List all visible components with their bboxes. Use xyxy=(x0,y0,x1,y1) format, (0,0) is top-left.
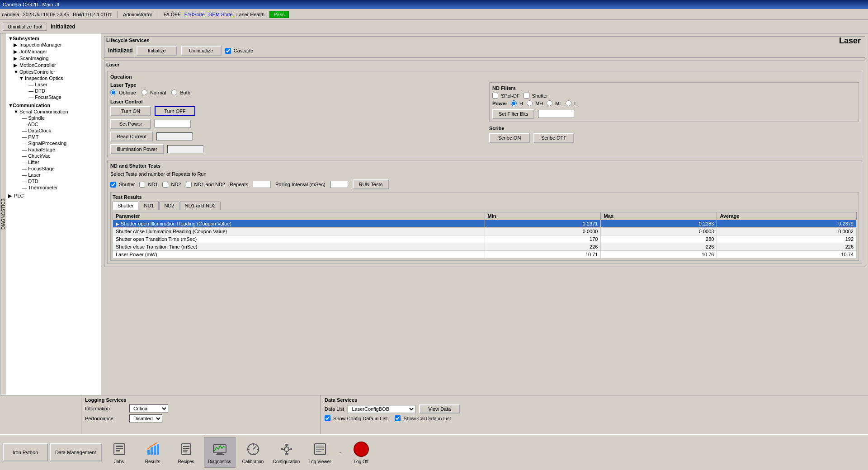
illumination-power-input[interactable] xyxy=(167,145,203,153)
sidebar-item-adc[interactable]: — ADC xyxy=(8,121,99,127)
sidebar-item-subsystem[interactable]: ▼ Subsystem xyxy=(8,35,99,42)
table-row[interactable]: Shutter close Illumination Reading (Coup… xyxy=(113,228,857,235)
shutter-test-checkbox[interactable] xyxy=(110,182,116,188)
laser-type-both-radio[interactable] xyxy=(171,89,177,95)
shutter-checkbox[interactable] xyxy=(524,93,529,99)
uninitialize-button[interactable]: Uninitialize xyxy=(181,46,222,56)
performance-select[interactable]: Disabled Enabled xyxy=(129,414,162,423)
nd1nd2-test-checkbox[interactable] xyxy=(186,182,192,188)
sidebar-item-lifter[interactable]: — Lifter xyxy=(8,159,99,165)
svg-rect-34 xyxy=(316,449,324,450)
taskbar-log-off[interactable]: Log Off xyxy=(345,437,377,468)
initialize-button[interactable]: Initialize xyxy=(137,46,177,56)
taskbar-diagnostics[interactable]: Diagnostics xyxy=(204,437,236,468)
cell-average: 0.0002 xyxy=(717,228,857,235)
expand-row-arrow: ▶ xyxy=(116,221,121,226)
data-management-button[interactable]: Data Management xyxy=(50,443,102,461)
sidebar-item-dataclock[interactable]: — DataClock xyxy=(8,127,99,134)
sidebar-item-chuckvac[interactable]: — ChuckVac xyxy=(8,153,99,159)
repeats-input[interactable]: 5 xyxy=(253,181,271,188)
sidebar-item-plc[interactable]: ▶ PLC xyxy=(8,193,99,199)
table-row[interactable]: ▶ Shutter open Illumination Reading (Cou… xyxy=(113,220,857,228)
scribe-off-button[interactable]: Scribe OFF xyxy=(533,133,574,143)
sidebar-item-dtd-sub[interactable]: — DTD xyxy=(8,88,99,94)
scribe-on-button[interactable]: Scribe ON xyxy=(489,133,530,143)
taskbar-results[interactable]: Results xyxy=(137,437,169,468)
view-data-button[interactable]: View Data xyxy=(419,404,460,414)
illumination-power-button[interactable]: Illumination Power xyxy=(110,144,164,154)
sidebar-item-serial-comm[interactable]: ▼ Serial Communication xyxy=(8,108,99,115)
tab-shutter[interactable]: Shutter xyxy=(113,202,138,210)
taskbar-jobs[interactable]: Jobs xyxy=(104,437,135,468)
cell-parameter: Laser Power (mW) xyxy=(113,251,485,258)
repeats-label: Repeats xyxy=(230,182,248,187)
show-config-checkbox[interactable] xyxy=(325,415,330,421)
sidebar-item-laser-sub[interactable]: — Laser xyxy=(8,81,99,88)
laser-type-normal-radio[interactable] xyxy=(142,89,147,95)
taskbar-recipes[interactable]: Recipes xyxy=(170,437,202,468)
set-power-button[interactable]: Set Power xyxy=(110,119,151,129)
app-name: candela xyxy=(2,12,19,17)
tab-nd1[interactable]: ND1 xyxy=(139,202,159,210)
taskbar-log-viewer[interactable]: Log Viewer xyxy=(304,437,336,468)
sidebar-item-signalprocessing[interactable]: — SignalProcessing xyxy=(8,140,99,146)
power-label: Power xyxy=(492,101,507,106)
tab-nd1-nd2[interactable]: ND1 and ND2 xyxy=(180,202,221,210)
sidebar-item-inspection-optics[interactable]: ▼ Inspection Optics xyxy=(8,75,99,81)
sidebar-item-focusstage-sub[interactable]: — FocusStage xyxy=(8,94,99,100)
col-average: Average xyxy=(717,212,857,220)
lifecycle-services-panel: Lifecycle Services Initialized Initializ… xyxy=(104,36,865,58)
table-row[interactable]: Shutter open Transition Time (mSec)17028… xyxy=(113,235,857,243)
spol-df-checkbox[interactable] xyxy=(492,93,498,99)
turn-on-button[interactable]: Turn ON xyxy=(110,106,151,116)
taskbar-separator: - xyxy=(340,448,342,456)
sidebar-item-dtd2[interactable]: — DTD xyxy=(8,178,99,184)
data-list-select[interactable]: LaserConfigBOB xyxy=(348,405,415,413)
bottom-panels: Logging Services Information Critical Wa… xyxy=(0,395,868,434)
sidebar-item-scanimaging[interactable]: ▶ ScanImaging xyxy=(8,55,99,62)
sidebar-item-pmt[interactable]: — PMT xyxy=(8,134,99,140)
tab-nd2[interactable]: ND2 xyxy=(159,202,179,210)
nd1-test-checkbox[interactable] xyxy=(139,182,145,188)
build-info: Build 10.2.4.0101 xyxy=(73,12,112,17)
sidebar-item-jobmanager[interactable]: ▶ JobManager xyxy=(8,48,99,55)
power-ml-radio[interactable] xyxy=(547,100,552,106)
taskbar-calibration[interactable]: Calibration xyxy=(237,437,269,468)
nd2-test-checkbox[interactable] xyxy=(162,182,168,188)
information-select[interactable]: Critical Warning Information Verbose xyxy=(129,404,168,413)
sidebar-item-radialstage[interactable]: — RadialStage xyxy=(8,146,99,153)
sidebar-item-opticscontroller[interactable]: ▼ OpticsController xyxy=(8,69,99,75)
table-row[interactable]: Laser Power (mW)10.7110.7610.74 xyxy=(113,251,857,258)
sidebar-item-inspectionmanager[interactable]: ▶ InspectionManager xyxy=(8,42,99,48)
set-power-input[interactable]: 20 xyxy=(155,120,191,128)
power-l-radio[interactable] xyxy=(566,100,571,106)
sidebar-item-communication[interactable]: ▼ Communication xyxy=(8,102,99,108)
diagnostics-tab[interactable]: DIAGNOSTICS xyxy=(0,33,6,395)
set-filter-bits-button[interactable]: Set Filter Bits xyxy=(492,109,534,119)
cascade-checkbox[interactable] xyxy=(225,48,231,54)
run-tests-button[interactable]: RUN Tests xyxy=(353,179,389,189)
read-current-button[interactable]: Read Current xyxy=(110,132,153,141)
power-h-radio[interactable] xyxy=(511,100,517,106)
taskbar-configuration[interactable]: Configuration xyxy=(271,437,302,468)
iron-python-button[interactable]: Iron Python xyxy=(3,443,48,461)
gem-state-link[interactable]: GEM State xyxy=(208,12,233,17)
filter-bits-input[interactable]: 0 xyxy=(538,110,574,118)
e10-state-link[interactable]: E10State xyxy=(184,12,205,17)
calibration-label: Calibration xyxy=(242,459,264,464)
sidebar-item-focusstage2[interactable]: — FocusStage xyxy=(8,165,99,172)
read-current-input[interactable] xyxy=(156,132,193,141)
col-parameter: Parameter xyxy=(113,212,485,220)
sidebar-item-spindle[interactable]: — Spindle xyxy=(8,115,99,121)
show-cal-checkbox[interactable] xyxy=(395,415,401,421)
sidebar-item-thermometer[interactable]: — Thermometer xyxy=(8,184,99,191)
table-row[interactable]: Shutter close Transition Time (mSec)2262… xyxy=(113,243,857,251)
sidebar-item-motioncontroller[interactable]: ▶ MotionController xyxy=(8,62,99,69)
sidebar-item-laser2[interactable]: — Laser xyxy=(8,172,99,178)
test-results-title: Test Results xyxy=(113,194,857,200)
power-mh-radio[interactable] xyxy=(527,100,533,106)
uninitialize-tool-button[interactable]: Uninitialize Tool xyxy=(3,23,47,31)
polling-input[interactable]: 50 xyxy=(330,181,348,188)
laser-type-oblique-radio[interactable] xyxy=(110,89,116,95)
turn-off-button[interactable]: Turn OFF xyxy=(155,106,195,116)
